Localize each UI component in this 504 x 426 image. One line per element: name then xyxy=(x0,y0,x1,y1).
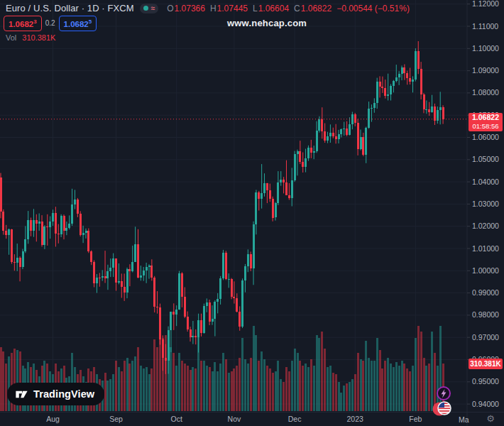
symbol-toggle-pill[interactable]: ≈ xyxy=(140,4,159,13)
time-axis-label: Oct xyxy=(171,415,182,423)
bar-countdown: 01:58:56 xyxy=(469,122,503,130)
change-value: −0.00544 (−0.51%) xyxy=(336,4,410,13)
last-price-axis-badge: 1.06822 01:58:56 xyxy=(469,113,503,131)
price-axis-label: 1.04000 xyxy=(472,178,499,186)
volume-value: 310.381K xyxy=(22,33,55,42)
price-axis-label: 1.05000 xyxy=(472,155,499,163)
chart-event-icons xyxy=(429,384,459,420)
time-axis-label: Sep xyxy=(109,415,123,423)
price-axis-label: 1.02000 xyxy=(472,222,499,230)
volume-axis-badge: 310.381K xyxy=(469,359,503,369)
visibility-dot-icon xyxy=(143,6,148,11)
volume-readout: Vol 310.381K xyxy=(6,33,55,42)
price-axis-label: 1.00000 xyxy=(472,266,499,275)
price-axis-label: 0.99000 xyxy=(472,288,499,297)
sell-price-button[interactable]: 1.06823 xyxy=(4,16,42,31)
time-axis-label: Feb xyxy=(409,415,422,423)
tradingview-logo[interactable]: TradingView xyxy=(7,383,104,405)
price-axis-label: 1.11000 xyxy=(472,22,498,31)
tradingview-logo-icon xyxy=(15,388,28,401)
tradingview-chart-window: 1.120001.110001.100001.090001.080001.070… xyxy=(0,0,504,426)
chart-canvas[interactable]: 1.120001.110001.100001.090001.080001.070… xyxy=(0,0,504,426)
time-axis-label: Aug xyxy=(46,415,60,423)
price-axis-label: 0.98000 xyxy=(472,310,499,319)
open-value: 1.07366 xyxy=(175,4,205,13)
time-axis-label: Nov xyxy=(228,415,241,423)
volume-label: Vol xyxy=(6,33,16,42)
price-axis-label: 1.01000 xyxy=(472,244,499,253)
spread-value: 0.2 xyxy=(45,19,55,27)
price-axis-label: 0.94000 xyxy=(472,400,499,408)
price-axis-label: 1.03000 xyxy=(472,200,499,208)
similar-symbols-icon: ≈ xyxy=(151,5,155,12)
close-label: C xyxy=(294,4,300,13)
buy-price-button[interactable]: 1.06825 xyxy=(59,16,97,31)
tradingview-logo-text: TradingView xyxy=(33,388,94,400)
high-value: 1.07445 xyxy=(217,4,248,13)
buy-sell-row: 1.06823 0.2 1.06825 xyxy=(4,16,97,31)
low-value: 1.06604 xyxy=(258,4,289,13)
country-flags-icon[interactable] xyxy=(433,402,451,416)
time-axis-label: 2023 xyxy=(347,415,364,423)
price-axis-label: 0.95000 xyxy=(472,377,499,386)
low-label: L xyxy=(253,4,258,13)
price-axis-label: 1.06000 xyxy=(472,133,499,141)
price-axis-label: 0.97000 xyxy=(472,333,499,342)
gear-icon[interactable]: ⚙ xyxy=(484,413,497,425)
open-label: O xyxy=(167,4,173,13)
price-axis-label: 1.09000 xyxy=(472,66,499,75)
last-price-value: 1.06822 xyxy=(469,113,503,122)
watermark-text: www.nehcap.com xyxy=(227,18,307,28)
price-axis-label: 1.08000 xyxy=(472,88,499,97)
close-value: 1.06822 xyxy=(301,4,332,13)
price-axis-label: 1.12000 xyxy=(472,0,499,8)
time-axis-label: Dec xyxy=(288,415,302,423)
symbol-title[interactable]: Euro / U.S. Dollar · 1D · FXCM xyxy=(6,3,134,13)
chart-legend: Euro / U.S. Dollar · 1D · FXCM ≈ O1.0736… xyxy=(6,3,410,13)
high-label: H xyxy=(210,4,217,13)
price-axis-label: 1.10000 xyxy=(472,44,499,53)
lightning-icon[interactable] xyxy=(437,387,450,400)
ohlc-readout: O1.07366 H1.07445 L1.06604 C1.06822 −0.0… xyxy=(167,4,410,13)
next-month-axis-label: Ma xyxy=(459,415,469,424)
